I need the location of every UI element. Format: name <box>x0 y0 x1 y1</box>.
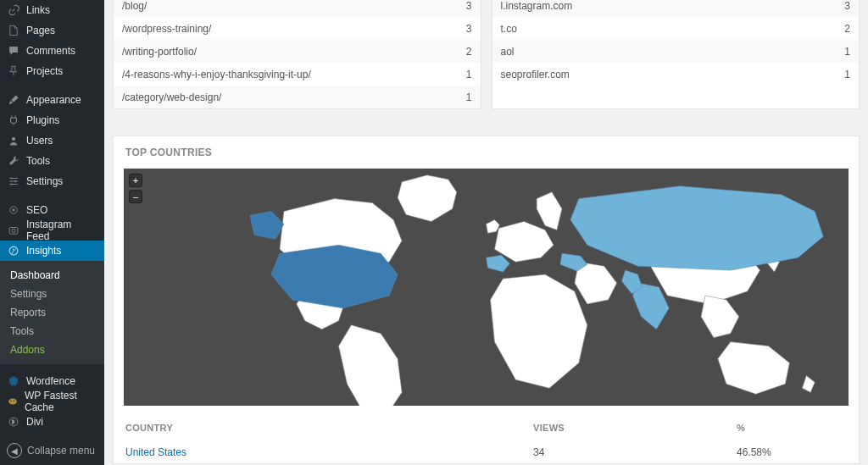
sidebar-item-divi[interactable]: Divi <box>0 412 104 432</box>
table-row: t.co2 <box>492 17 860 40</box>
svg-point-0 <box>12 137 15 141</box>
seo-icon <box>7 203 20 217</box>
sidebar-item-label: Appearance <box>26 94 81 106</box>
country-table: COUNTRY VIEWS % United States 34 46.58% <box>114 406 859 463</box>
sidebar-item-label: Pages <box>26 25 55 36</box>
table-row: /writing-portfolio/2 <box>114 40 481 63</box>
page-icon <box>7 24 20 37</box>
table-row: /wordpress-training/3 <box>114 17 481 40</box>
card-header: TOP COUNTRIES <box>114 136 859 169</box>
top-pages-card: /blog/3 /wordpress-training/3 /writing-p… <box>113 0 481 109</box>
table-row: aol1 <box>492 40 860 63</box>
submenu-dashboard[interactable]: Dashboard <box>0 266 104 285</box>
link-icon <box>7 3 20 17</box>
table-header-row: COUNTRY VIEWS % <box>125 414 847 441</box>
sidebar-item-label: Comments <box>26 45 75 57</box>
sidebar-item-comments[interactable]: Comments <box>0 41 104 61</box>
svg-rect-6 <box>9 228 18 235</box>
sidebar-item-label: WP Fastest Cache <box>25 390 97 413</box>
brush-icon <box>7 93 20 107</box>
sidebar-item-instagram[interactable]: Instagram Feed <box>0 220 104 241</box>
main-content: /blog/3 /wordpress-training/3 /writing-p… <box>104 0 868 465</box>
pin-icon <box>7 64 20 78</box>
collapse-menu[interactable]: ◀Collapse menu <box>0 436 104 465</box>
comment-icon <box>7 44 20 58</box>
sidebar-item-pages[interactable]: Pages <box>0 20 104 41</box>
world-map-svg <box>124 169 849 406</box>
sidebar-item-label: Projects <box>26 65 63 77</box>
svg-point-10 <box>10 401 11 401</box>
submenu-tools[interactable]: Tools <box>0 322 104 340</box>
zoom-out-button[interactable]: – <box>129 190 142 203</box>
svg-point-7 <box>12 229 15 232</box>
svg-point-5 <box>13 209 15 212</box>
cheetah-icon <box>7 395 19 408</box>
table-row: /category/web-design/1 <box>114 86 481 108</box>
sidebar-item-users[interactable]: Users <box>0 130 104 151</box>
top-countries-card: TOP COUNTRIES + – <box>113 136 860 464</box>
sidebar-item-label: Instagram Feed <box>26 219 97 242</box>
sidebar-item-label: Settings <box>26 175 63 187</box>
admin-sidebar: Links Pages Comments Projects Appearance… <box>0 0 104 465</box>
col-pct: % <box>737 423 847 433</box>
sliders-icon <box>7 174 20 188</box>
sidebar-item-tools[interactable]: Tools <box>0 151 104 171</box>
sidebar-item-label: Insights <box>26 245 61 257</box>
divi-icon <box>7 415 20 429</box>
sidebar-item-wordfence[interactable]: Wordfence <box>0 371 104 391</box>
insights-submenu: Dashboard Settings Reports Tools Addons <box>0 261 104 364</box>
sidebar-item-plugins[interactable]: Plugins <box>0 110 104 130</box>
col-country: COUNTRY <box>125 423 533 433</box>
wrench-icon <box>7 154 20 168</box>
sidebar-item-label: Links <box>26 4 50 16</box>
top-referrers-card: l.instagram.com3 t.co2 aol1 seoprofiler.… <box>492 0 860 109</box>
sidebar-item-links[interactable]: Links <box>0 0 104 20</box>
sidebar-item-label: Users <box>26 135 53 147</box>
insights-icon <box>7 244 20 257</box>
table-row: /blog/3 <box>114 0 481 17</box>
col-views: VIEWS <box>533 423 737 433</box>
sidebar-item-label: SEO <box>26 204 47 216</box>
svg-point-11 <box>14 401 14 401</box>
sidebar-item-settings[interactable]: Settings <box>0 171 104 191</box>
submenu-addons[interactable]: Addons <box>0 340 104 359</box>
sidebar-item-label: Plugins <box>26 114 59 126</box>
svg-point-9 <box>8 399 17 405</box>
sidebar-item-seo[interactable]: SEO <box>0 200 104 220</box>
zoom-in-button[interactable]: + <box>129 174 142 187</box>
table-row: seoprofiler.com1 <box>492 63 860 86</box>
submenu-reports[interactable]: Reports <box>0 303 104 322</box>
svg-point-1 <box>11 177 13 179</box>
table-row: United States 34 46.58% <box>125 441 847 463</box>
sidebar-item-wp-fastest-cache[interactable]: WP Fastest Cache <box>0 391 104 412</box>
shield-icon <box>7 374 20 388</box>
sidebar-item-label: Tools <box>26 155 50 167</box>
world-map[interactable]: + – <box>124 169 849 406</box>
camera-icon <box>7 224 20 237</box>
table-row: l.instagram.com3 <box>492 0 860 17</box>
sidebar-item-appearance[interactable]: Appearance <box>0 90 104 110</box>
plug-icon <box>7 113 20 127</box>
sidebar-item-label: Wordfence <box>26 375 75 387</box>
collapse-icon: ◀ <box>7 443 22 458</box>
svg-point-3 <box>11 183 13 185</box>
user-icon <box>7 134 20 147</box>
submenu-settings[interactable]: Settings <box>0 285 104 303</box>
sidebar-item-projects[interactable]: Projects <box>0 61 104 81</box>
sidebar-item-label: Divi <box>26 416 43 428</box>
table-row: /4-reasons-why-i-enjoy-thanksgiving-it-u… <box>114 63 481 86</box>
sidebar-item-insights[interactable]: Insights <box>0 241 104 261</box>
svg-point-2 <box>14 180 16 182</box>
